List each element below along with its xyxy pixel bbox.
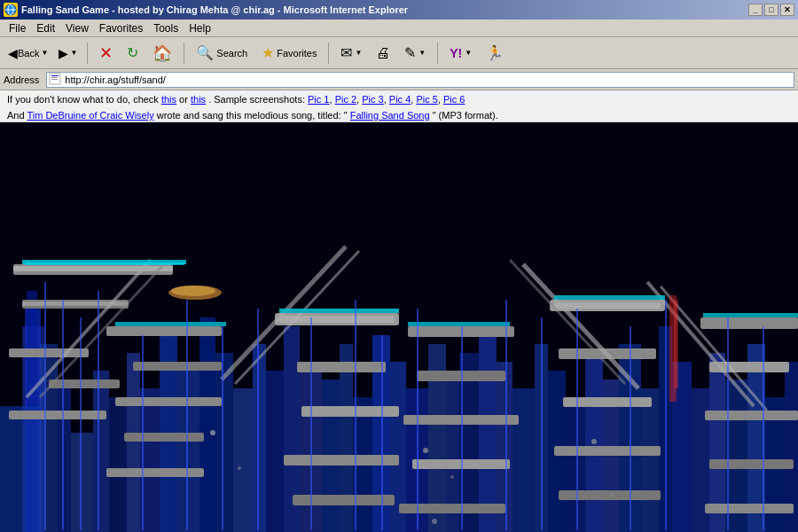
info-link-this1[interactable]: this [161, 94, 176, 105]
close-button[interactable]: ✕ [780, 4, 794, 16]
svg-rect-103 [703, 313, 798, 317]
svg-rect-114 [80, 317, 82, 530]
svg-rect-127 [576, 309, 578, 530]
svg-point-109 [591, 439, 597, 444]
info-text: If you don't know what to do, check this… [0, 90, 798, 106]
menu-bar: File Edit View Favorites Tools Help [0, 20, 798, 37]
svg-rect-60 [49, 379, 120, 388]
address-bar: Address [0, 69, 798, 90]
svg-rect-77 [399, 504, 505, 513]
svg-rect-13 [58, 379, 71, 532]
svg-point-106 [423, 448, 428, 453]
separator-3 [328, 43, 329, 64]
favorites-label: Favorites [277, 48, 317, 59]
print-icon: 🖨 [376, 45, 390, 61]
svg-rect-63 [133, 362, 222, 371]
screenshot-pic2[interactable]: Pic 2 [335, 94, 356, 105]
svg-point-110 [610, 493, 614, 497]
sand-game-canvas[interactable] [0, 122, 798, 532]
svg-rect-86 [705, 411, 798, 420]
yahoo-dropdown-icon: ▼ [465, 49, 472, 57]
discuss-button[interactable]: 🏃 [480, 40, 510, 66]
home-button[interactable]: 🏠 [146, 40, 178, 66]
svg-rect-123 [417, 309, 419, 530]
edit-icon: ✎ [404, 44, 416, 61]
screenshot-pic4[interactable]: Pic 4 [389, 94, 411, 105]
separator-2 [184, 43, 184, 64]
info-wrote: wrote and sang this melodious song, titl… [157, 110, 348, 121]
info-mp3: " (MP3 format). [433, 110, 498, 121]
mail-button[interactable]: ✉ ▼ [334, 40, 368, 66]
svg-rect-112 [44, 282, 46, 530]
favorites-icon: ★ [262, 44, 274, 61]
svg-rect-17 [127, 353, 140, 532]
svg-rect-56 [13, 266, 173, 271]
svg-rect-25 [266, 371, 284, 532]
svg-rect-120 [310, 317, 312, 530]
info-and: And [7, 110, 27, 121]
screenshot-pic6[interactable]: Pic 6 [443, 94, 465, 105]
menu-help[interactable]: Help [184, 20, 216, 36]
svg-rect-84 [700, 317, 798, 329]
svg-rect-42 [566, 406, 585, 532]
favorites-button[interactable]: ★ Favorites [255, 40, 323, 66]
edit-dropdown-icon: ▼ [419, 49, 426, 57]
svg-rect-130 [727, 317, 729, 530]
back-button[interactable]: ◀ Back ▼ [4, 40, 52, 66]
info-line1: If you don't know what to do, check [7, 94, 161, 105]
svg-rect-115 [98, 291, 99, 530]
info-link-this2[interactable]: this [191, 94, 206, 105]
svg-rect-98 [25, 262, 184, 265]
yahoo-icon: Y! [450, 46, 462, 60]
svg-rect-101 [408, 322, 510, 326]
title-bar-controls[interactable]: _ □ ✕ [748, 4, 794, 16]
menu-edit[interactable]: Edit [31, 20, 60, 36]
search-icon: 🔍 [196, 44, 214, 61]
menu-favorites[interactable]: Favorites [94, 20, 148, 36]
address-input-wrap[interactable] [46, 72, 794, 88]
title-bar: Falling Sand Game - hosted by Chirag Meh… [0, 0, 798, 20]
toolbar: ◀ Back ▼ ▶ ▼ ✕ ↻ 🏠 🔍 Search ★ Favorites … [0, 37, 798, 69]
forward-button[interactable]: ▶ ▼ [54, 40, 82, 66]
screenshot-pic5[interactable]: Pic 5 [416, 94, 437, 105]
menu-view[interactable]: View [60, 20, 94, 36]
maximize-button[interactable]: □ [764, 4, 778, 16]
tim-link[interactable]: Tim DeBruine of Craic Wisely [27, 110, 153, 121]
svg-rect-66 [106, 468, 204, 477]
svg-rect-129 [665, 300, 667, 530]
window-title: Falling Sand Game - hosted by Chirag Meh… [21, 4, 748, 15]
svg-rect-46 [641, 388, 659, 532]
svg-rect-116 [142, 335, 144, 530]
back-dropdown-icon: ▼ [41, 49, 48, 57]
print-button[interactable]: 🖨 [370, 40, 396, 66]
svg-rect-124 [461, 326, 463, 530]
refresh-button[interactable]: ↻ [121, 40, 145, 66]
yahoo-button[interactable]: Y! ▼ [443, 40, 478, 66]
screenshot-pic1[interactable]: Pic 1 [308, 94, 329, 105]
svg-rect-39 [512, 388, 535, 532]
info-screenshots: . Sample screenshots: [208, 94, 308, 105]
svg-point-133 [171, 286, 215, 296]
svg-rect-125 [505, 300, 507, 530]
search-button[interactable]: 🔍 Search [190, 40, 254, 66]
menu-tools[interactable]: Tools [148, 20, 184, 36]
address-input[interactable] [65, 74, 792, 85]
stop-button[interactable]: ✕ [93, 40, 119, 66]
menu-file[interactable]: File [4, 20, 31, 36]
svg-rect-11 [0, 406, 40, 532]
forward-dropdown-icon: ▼ [70, 49, 77, 57]
song-link[interactable]: Falling Sand Song [350, 110, 430, 121]
back-label: Back [18, 48, 39, 59]
minimize-button[interactable]: _ [748, 4, 763, 16]
mail-icon: ✉ [340, 44, 352, 61]
svg-rect-61 [9, 411, 106, 419]
info-or: or [179, 94, 191, 105]
svg-rect-62 [106, 326, 222, 336]
screenshot-pic3[interactable]: Pic 3 [362, 94, 383, 105]
search-label: Search [216, 48, 247, 59]
sand-game-svg [0, 122, 798, 532]
svg-rect-102 [554, 295, 665, 300]
svg-rect-70 [301, 406, 399, 417]
svg-rect-24 [253, 344, 266, 532]
edit-button[interactable]: ✎ ▼ [398, 40, 432, 66]
